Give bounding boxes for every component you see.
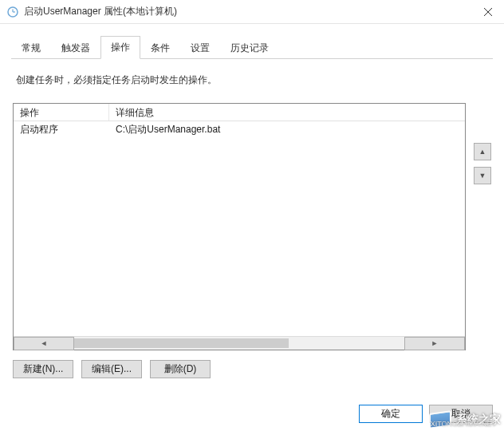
tab-strip: 常规 触发器 操作 条件 设置 历史记录 [11, 35, 493, 59]
action-buttons-row: 新建(N)... 编辑(E)... 删除(D) [13, 360, 491, 378]
actions-table[interactable]: 操作 详细信息 启动程序 C:\启动UserManager.bat ◄ ► [13, 103, 466, 350]
move-down-button[interactable]: ▼ [474, 167, 491, 184]
scroll-thumb[interactable] [74, 338, 289, 348]
close-icon [484, 8, 492, 16]
move-up-button[interactable]: ▲ [474, 143, 491, 160]
tab-actions[interactable]: 操作 [100, 36, 140, 59]
dialog-content: 常规 触发器 操作 条件 设置 历史记录 创建任务时，必须指定任务启动时发生的操… [0, 24, 504, 386]
tab-triggers[interactable]: 触发器 [51, 37, 100, 59]
tab-general[interactable]: 常规 [11, 37, 51, 59]
scroll-track[interactable] [74, 337, 404, 350]
description-text: 创建任务时，必须指定任务启动时发生的操作。 [11, 59, 493, 100]
title-bar: 启动UserManager 属性(本地计算机) [0, 0, 504, 24]
tab-conditions[interactable]: 条件 [140, 37, 180, 59]
scroll-right-icon[interactable]: ► [404, 337, 465, 350]
app-icon [6, 6, 19, 18]
dialog-footer: 确定 取消 [359, 405, 493, 423]
tab-settings[interactable]: 设置 [180, 37, 220, 59]
reorder-buttons: ▲ ▼ [474, 143, 491, 184]
cell-action: 启动程序 [14, 121, 109, 138]
tab-history[interactable]: 历史记录 [220, 37, 279, 59]
scroll-left-icon[interactable]: ◄ [14, 337, 74, 350]
table-body: 启动程序 C:\启动UserManager.bat [14, 121, 465, 336]
table-header: 操作 详细信息 [14, 104, 465, 121]
actions-panel: 操作 详细信息 启动程序 C:\启动UserManager.bat ◄ ► ▲ [13, 103, 491, 350]
cell-details: C:\启动UserManager.bat [109, 121, 465, 138]
triangle-down-icon: ▼ [479, 172, 486, 180]
col-header-action[interactable]: 操作 [14, 104, 109, 121]
new-button[interactable]: 新建(N)... [13, 360, 73, 378]
table-row[interactable]: 启动程序 C:\启动UserManager.bat [14, 121, 465, 137]
edit-button[interactable]: 编辑(E)... [81, 360, 142, 378]
cancel-button[interactable]: 取消 [429, 405, 493, 423]
close-button[interactable] [472, 0, 504, 24]
delete-button[interactable]: 删除(D) [150, 360, 211, 378]
horizontal-scrollbar[interactable]: ◄ ► [14, 336, 465, 350]
triangle-up-icon: ▲ [479, 148, 486, 156]
col-header-details[interactable]: 详细信息 [109, 104, 465, 121]
ok-button[interactable]: 确定 [359, 405, 423, 423]
window-title: 启动UserManager 属性(本地计算机) [24, 5, 472, 18]
